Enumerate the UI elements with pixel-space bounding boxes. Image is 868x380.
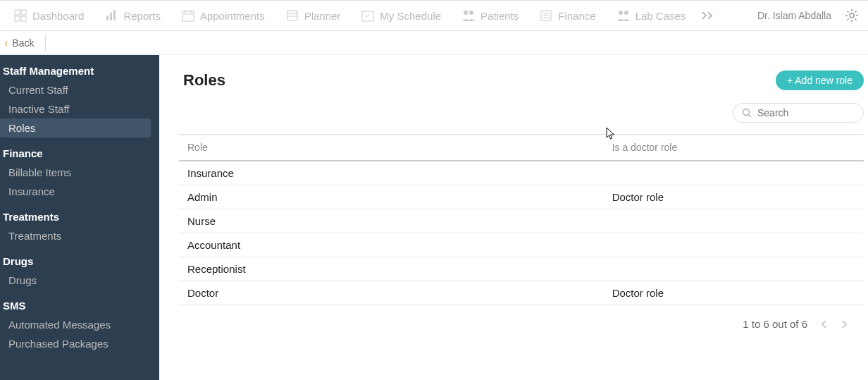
back-label: Back	[12, 37, 34, 49]
sidebar-section-header: Drugs	[0, 251, 159, 271]
sidebar-item-inactive-staff[interactable]: Inactive Staff	[0, 99, 159, 118]
svg-point-21	[619, 11, 623, 15]
search-icon	[742, 108, 752, 118]
sidebar-section-header: Finance	[0, 143, 159, 163]
search-input[interactable]	[757, 107, 855, 118]
roles-table: Role Is a doctor role InsuranceAdminDoct…	[179, 134, 864, 305]
table-row[interactable]: AdminDoctor role	[179, 185, 864, 209]
nav-lab-cases[interactable]: Lab Cases	[606, 1, 696, 30]
col-doctor[interactable]: Is a doctor role	[604, 135, 864, 161]
main-content: Roles + Add new role Role Is a doctor r	[159, 55, 868, 380]
svg-line-25	[749, 115, 752, 118]
cell-doctor	[604, 233, 864, 257]
svg-rect-11	[287, 11, 297, 20]
dashboard-icon	[13, 8, 28, 23]
patients-icon	[461, 8, 476, 23]
sidebar-section-header: Staff Management	[0, 61, 159, 80]
lab-icon	[616, 8, 631, 23]
svg-rect-2	[15, 16, 20, 21]
svg-point-24	[743, 109, 750, 116]
sidebar-item-drugs[interactable]: Drugs	[0, 271, 159, 290]
svg-rect-1	[21, 10, 26, 15]
cell-doctor	[604, 209, 864, 233]
col-role[interactable]: Role	[179, 135, 604, 161]
nav-reports[interactable]: Reports	[94, 1, 170, 30]
reports-icon	[104, 8, 119, 23]
svg-rect-0	[15, 10, 20, 15]
sidebar-item-current-staff[interactable]: Current Staff	[0, 80, 159, 99]
table-row[interactable]: Insurance	[179, 161, 864, 185]
table-row[interactable]: DoctorDoctor role	[179, 281, 864, 305]
finance-icon	[538, 8, 554, 23]
add-role-button[interactable]: + Add new role	[776, 71, 864, 90]
pagination-text: 1 to 6 out of 6	[743, 318, 807, 330]
table-row[interactable]: Accountant	[179, 233, 864, 257]
sidebar-item-treatments[interactable]: Treatments	[0, 226, 159, 245]
svg-rect-4	[106, 16, 108, 20]
cell-role: Doctor	[179, 281, 604, 305]
svg-rect-14	[362, 11, 373, 21]
next-page-icon[interactable]	[840, 319, 850, 329]
table-row[interactable]: Receptionist	[179, 257, 864, 281]
svg-point-22	[624, 11, 628, 15]
page-title: Roles	[183, 71, 225, 90]
cell-role: Accountant	[179, 233, 604, 257]
svg-point-16	[469, 11, 473, 15]
sidebar-item-purchased-packages[interactable]: Purchased Packages	[0, 334, 159, 353]
nav-more-icon[interactable]	[695, 11, 721, 20]
nav-user[interactable]: Dr. Islam Abdalla	[750, 10, 838, 21]
nav-label: Finance	[558, 10, 595, 22]
sidebar-item-insurance[interactable]: Insurance	[0, 182, 159, 201]
planner-icon	[285, 8, 300, 23]
svg-rect-5	[110, 13, 112, 20]
sidebar-item-roles[interactable]: Roles	[0, 118, 151, 137]
table-row[interactable]: Nurse	[179, 209, 864, 233]
nav-schedule[interactable]: My Schedule	[350, 1, 451, 30]
schedule-icon	[360, 8, 376, 23]
nav-planner[interactable]: Planner	[275, 1, 351, 30]
sidebar-section-header: Treatments	[0, 207, 159, 226]
nav-label: Dashboard	[32, 10, 84, 22]
nav-label: Patients	[480, 10, 519, 22]
cell-role: Admin	[179, 185, 604, 209]
sidebar-item-automated-messages[interactable]: Automated Messages	[0, 315, 159, 334]
nav-dashboard[interactable]: Dashboard	[3, 1, 94, 30]
settings-icon[interactable]	[838, 8, 865, 23]
calendar-icon	[180, 8, 196, 23]
cell-doctor: Doctor role	[604, 281, 864, 305]
cell-role: Nurse	[179, 209, 604, 233]
prev-page-icon[interactable]	[819, 319, 829, 329]
sidebar-section-header: SMS	[0, 295, 159, 315]
cell-role: Receptionist	[179, 257, 604, 281]
cell-role: Insurance	[179, 161, 604, 185]
svg-rect-6	[113, 10, 116, 20]
search-box[interactable]	[733, 103, 864, 123]
nav-appointments[interactable]: Appointments	[170, 1, 275, 30]
svg-rect-3	[21, 16, 26, 21]
cell-doctor: Doctor role	[604, 185, 864, 209]
nav-label: Reports	[123, 10, 161, 22]
top-nav: Dashboard Reports Appointments Planner M…	[0, 0, 868, 31]
nav-label: Lab Cases	[636, 10, 686, 22]
svg-rect-7	[182, 11, 194, 21]
back-link[interactable]: Back	[4, 35, 54, 51]
nav-label: My Schedule	[380, 10, 441, 22]
sidebar-item-billable-items[interactable]: Billable Items	[0, 163, 159, 182]
svg-point-15	[464, 11, 468, 15]
nav-patients[interactable]: Patients	[451, 1, 528, 30]
svg-point-23	[850, 13, 854, 18]
sidebar: Staff ManagementCurrent StaffInactive St…	[0, 55, 159, 380]
nav-finance[interactable]: Finance	[528, 1, 605, 30]
nav-label: Planner	[304, 10, 341, 22]
back-bar: Back	[0, 31, 868, 55]
cell-doctor	[604, 257, 864, 281]
cell-doctor	[604, 161, 864, 185]
nav-label: Appointments	[200, 10, 265, 22]
pagination: 1 to 6 out of 6	[183, 305, 864, 330]
